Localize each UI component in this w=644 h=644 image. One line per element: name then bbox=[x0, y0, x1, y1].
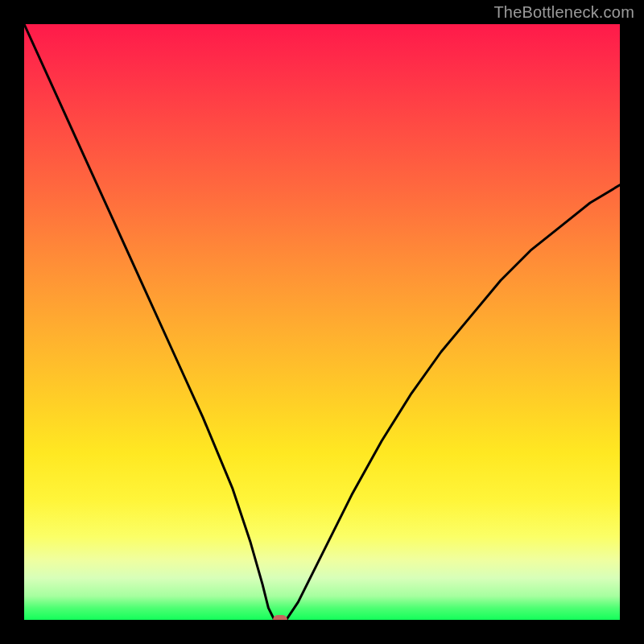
curve-svg bbox=[24, 24, 620, 620]
optimum-marker bbox=[273, 615, 287, 620]
watermark-text: TheBottleneck.com bbox=[493, 3, 634, 22]
chart-frame: TheBottleneck.com bbox=[0, 0, 644, 644]
plot-area bbox=[24, 24, 620, 620]
bottleneck-curve bbox=[24, 24, 620, 620]
